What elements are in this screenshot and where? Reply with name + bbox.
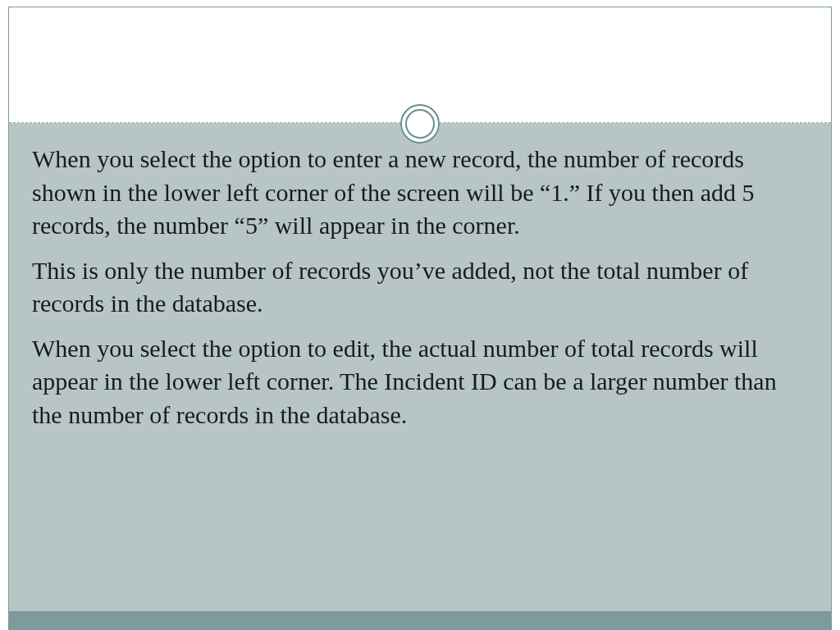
circle-ornament	[400, 104, 440, 144]
slide-content: When you select the option to enter a ne…	[9, 123, 831, 611]
circle-outer-ring	[400, 104, 440, 144]
slide-frame: When you select the option to enter a ne…	[8, 7, 832, 630]
paragraph-1: When you select the option to enter a ne…	[32, 143, 808, 243]
circle-inner-ring	[405, 109, 435, 139]
paragraph-2: This is only the number of records you’v…	[32, 254, 808, 321]
paragraph-3: When you select the option to edit, the …	[32, 332, 808, 432]
slide-bottom-bar	[9, 611, 831, 629]
